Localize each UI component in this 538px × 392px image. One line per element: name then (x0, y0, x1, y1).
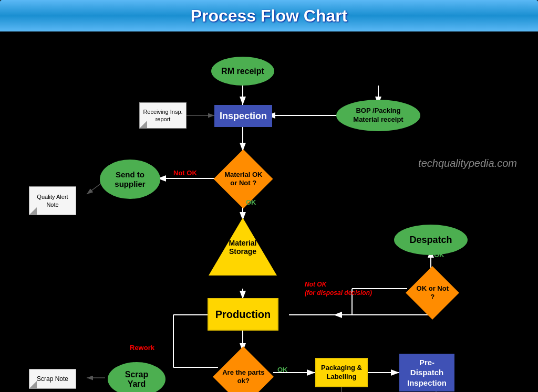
receiving-report-node: Receiving Insp. report (139, 102, 187, 129)
production-node: Production (208, 298, 278, 331)
parts-ok-diamond: Are the parts ok? (215, 349, 271, 392)
inspection-node: Inspection (214, 105, 272, 127)
chart-title: Process Flow Chart (191, 6, 348, 26)
not-ok-label-2: Not OK(for disposal decision) (305, 281, 372, 297)
ok-label-1: OK (246, 198, 256, 206)
watermark: techqualitypedia.com (418, 157, 517, 169)
send-supplier-node: Send to supplier (100, 160, 160, 199)
connectors (0, 31, 538, 392)
chart-area: RM receipt Receiving Insp. report Inspec… (0, 31, 538, 392)
quality-alert-note: Quality Alert Note (29, 186, 76, 215)
rm-receipt-node: RM receipt (211, 57, 274, 86)
pdi-node: Pre- Dispatch Inspection (399, 354, 454, 391)
packaging-node: Packaging & Labelling (315, 358, 368, 387)
ok-not-diamond: OK or Not ? (407, 268, 457, 317)
rework-label: Rework (130, 344, 154, 352)
ok-label-2: OK (434, 251, 444, 259)
despatch-node: Despatch (394, 225, 468, 255)
main-container: Process Flow Chart (0, 0, 538, 392)
scrap-yard-node: Scrap Yard (108, 362, 165, 392)
bop-receipt-node: BOP /Packing Material receipt (336, 100, 420, 131)
material-ok-diamond: Material OK or Not ? (215, 151, 271, 206)
header: Process Flow Chart (0, 0, 538, 31)
not-ok-label-1: Not OK (173, 169, 197, 177)
scrap-note-node: Scrap Note (29, 369, 76, 389)
ok-label-3: OK (277, 366, 288, 374)
material-storage-node: Material Storage (209, 218, 277, 276)
